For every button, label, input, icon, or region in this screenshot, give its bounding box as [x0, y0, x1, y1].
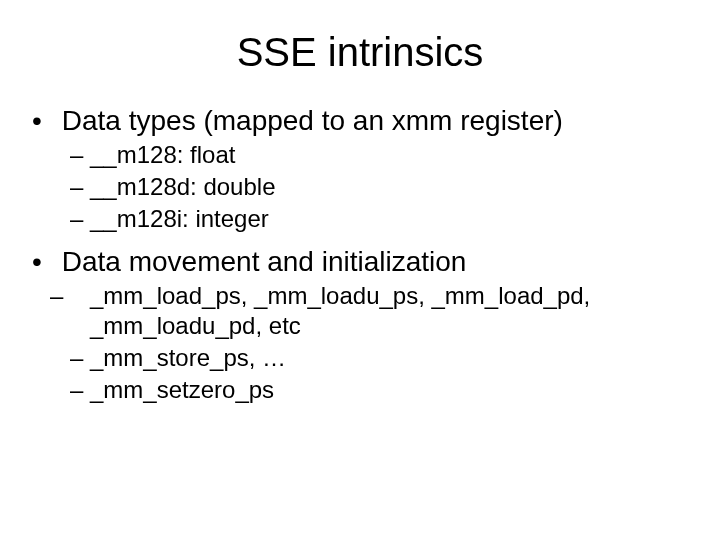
sub-label: _mm_store_ps, …	[90, 344, 286, 371]
bullet-label: Data movement and initialization	[62, 246, 467, 277]
sub-item: –_mm_setzero_ps	[70, 375, 690, 405]
sub-label: _mm_setzero_ps	[90, 376, 274, 403]
slide-title: SSE intrinsics	[30, 30, 690, 75]
bullet-label: Data types (mapped to an xmm register)	[62, 105, 563, 136]
dash-icon: –	[70, 204, 90, 234]
sub-item: –__m128: float	[70, 140, 690, 170]
sub-item: –__m128i: integer	[70, 204, 690, 234]
sub-label: __m128: float	[90, 141, 235, 168]
sub-item: –_mm_store_ps, …	[70, 343, 690, 373]
sub-item: –_mm_load_ps, _mm_loadu_ps, _mm_load_pd,…	[70, 281, 690, 341]
bullet-data-movement: Data movement and initialization –_mm_lo…	[36, 244, 690, 405]
bullet-list: Data types (mapped to an xmm register) –…	[30, 103, 690, 405]
bullet-data-types: Data types (mapped to an xmm register) –…	[36, 103, 690, 234]
dash-icon: –	[70, 172, 90, 202]
sub-label: __m128d: double	[90, 173, 275, 200]
dash-icon: –	[70, 140, 90, 170]
sub-list: –__m128: float –__m128d: double –__m128i…	[36, 140, 690, 234]
dash-icon: –	[70, 375, 90, 405]
slide: SSE intrinsics Data types (mapped to an …	[0, 0, 720, 540]
sub-item: –__m128d: double	[70, 172, 690, 202]
dash-icon: –	[70, 281, 90, 311]
sub-label: __m128i: integer	[90, 205, 269, 232]
sub-label: _mm_load_ps, _mm_loadu_ps, _mm_load_pd, …	[90, 282, 590, 339]
sub-list: –_mm_load_ps, _mm_loadu_ps, _mm_load_pd,…	[36, 281, 690, 405]
dash-icon: –	[70, 343, 90, 373]
